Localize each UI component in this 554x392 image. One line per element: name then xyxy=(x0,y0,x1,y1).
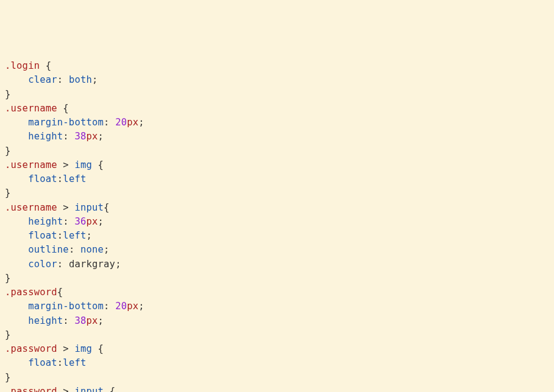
token-plain xyxy=(57,103,63,114)
token-unit: px xyxy=(87,131,98,142)
token-tag: img xyxy=(74,159,92,170)
token-plain xyxy=(5,74,28,85)
token-sel: .password xyxy=(5,343,57,354)
token-plain: darkgray xyxy=(69,259,115,270)
token-tag: height xyxy=(28,315,63,326)
token-plain xyxy=(57,343,63,354)
code-line: } xyxy=(5,328,549,342)
token-gt: > xyxy=(63,343,69,354)
code-line: } xyxy=(5,186,549,200)
token-tag: float xyxy=(28,230,57,241)
token-plain: ; xyxy=(138,117,144,128)
token-plain xyxy=(5,259,28,270)
token-plain xyxy=(92,159,98,170)
token-brace: } xyxy=(5,187,11,198)
token-sel: .username xyxy=(5,202,57,213)
token-plain: : xyxy=(57,259,69,270)
token-plain: : xyxy=(63,131,74,142)
token-plain xyxy=(5,131,28,142)
code-line: .login { xyxy=(5,59,549,73)
token-plain: ; xyxy=(98,131,104,142)
code-line: float:left xyxy=(5,356,549,370)
token-sel: .username xyxy=(5,159,57,170)
token-brace: } xyxy=(5,329,11,340)
token-plain xyxy=(69,343,75,354)
token-plain: ; xyxy=(115,259,121,270)
code-line: height: 38px; xyxy=(5,130,549,144)
token-kw: left xyxy=(63,173,86,184)
token-sel: .login xyxy=(5,60,40,71)
code-line: .username > input{ xyxy=(5,201,549,215)
token-unit: px xyxy=(127,117,138,128)
token-brace: { xyxy=(63,103,69,114)
code-line: .password{ xyxy=(5,285,549,299)
token-num: 36 xyxy=(74,216,86,227)
token-plain xyxy=(57,386,63,392)
token-plain: ; xyxy=(98,315,104,326)
token-plain: ; xyxy=(104,244,110,255)
token-brace: { xyxy=(98,159,104,170)
code-line: margin-bottom: 20px; xyxy=(5,299,549,313)
code-line: outline: none; xyxy=(5,243,549,257)
token-num: 38 xyxy=(74,131,86,142)
code-line: } xyxy=(5,88,549,102)
token-brace: { xyxy=(57,287,63,298)
token-plain xyxy=(5,117,28,128)
token-brace: { xyxy=(46,60,52,71)
token-tag: float xyxy=(28,173,57,184)
token-brace: } xyxy=(5,372,11,383)
token-plain: : xyxy=(57,74,69,85)
token-gt: > xyxy=(63,202,69,213)
token-unit: px xyxy=(87,315,98,326)
token-tag: margin-bottom xyxy=(28,301,104,312)
token-tag: color xyxy=(28,259,57,270)
code-block: .login { clear: both;}.username { margin… xyxy=(5,59,549,392)
token-brace: } xyxy=(5,89,11,100)
token-kw: none xyxy=(80,244,104,255)
code-line: height: 36px; xyxy=(5,215,549,229)
token-gt: > xyxy=(63,386,69,392)
token-brace: } xyxy=(5,145,11,156)
token-plain: ; xyxy=(138,301,144,312)
code-line: height: 38px; xyxy=(5,314,549,328)
token-plain xyxy=(57,159,63,170)
token-plain xyxy=(69,202,75,213)
token-unit: px xyxy=(127,301,138,312)
code-line: color: darkgray; xyxy=(5,257,549,271)
token-tag: input xyxy=(74,202,104,213)
token-brace: { xyxy=(104,202,110,213)
token-plain: ; xyxy=(92,74,98,85)
token-unit: px xyxy=(87,216,98,227)
token-plain xyxy=(92,343,98,354)
token-num: 20 xyxy=(115,301,127,312)
token-plain xyxy=(5,244,28,255)
token-kw: left xyxy=(63,230,86,241)
token-plain: : xyxy=(57,230,63,241)
token-plain xyxy=(69,159,75,170)
token-plain xyxy=(69,386,75,392)
token-sel: .username xyxy=(5,103,57,114)
token-plain: : xyxy=(104,117,115,128)
token-plain: ; xyxy=(98,216,104,227)
code-line: margin-bottom: 20px; xyxy=(5,116,549,130)
token-sel: .password xyxy=(5,386,57,392)
token-plain: : xyxy=(57,173,63,184)
code-line: .username { xyxy=(5,102,549,116)
token-brace: } xyxy=(5,273,11,284)
token-sel: .password xyxy=(5,287,57,298)
token-tag: img xyxy=(74,343,92,354)
code-line: float:left xyxy=(5,172,549,186)
token-tag: input xyxy=(74,386,104,392)
token-plain xyxy=(5,315,28,326)
token-plain xyxy=(104,386,110,392)
token-plain xyxy=(5,230,28,241)
token-plain: : xyxy=(63,315,74,326)
token-plain: ; xyxy=(87,230,93,241)
token-tag: height xyxy=(28,131,63,142)
token-plain xyxy=(5,301,28,312)
token-tag: outline xyxy=(28,244,69,255)
token-plain: : xyxy=(57,357,63,368)
token-num: 38 xyxy=(74,315,86,326)
code-line: .username > img { xyxy=(5,158,549,172)
token-tag: margin-bottom xyxy=(28,117,104,128)
